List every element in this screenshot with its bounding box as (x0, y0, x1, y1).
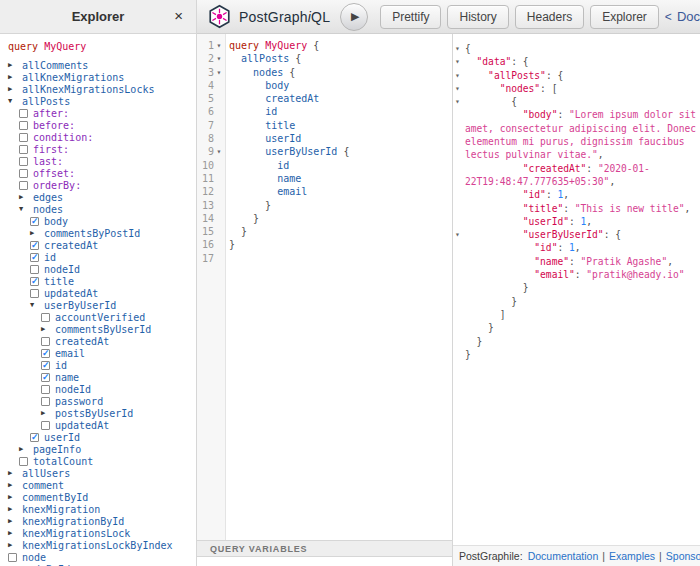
tree-item-label[interactable]: knexMigration (22, 504, 100, 515)
tree-item-label[interactable]: before: (33, 120, 75, 131)
footer-link-examples[interactable]: Examples (609, 550, 655, 562)
checkbox-unchecked-icon[interactable] (19, 109, 28, 118)
editor-line[interactable]: 3▾ nodes { (197, 66, 452, 79)
tree-item-label[interactable]: createdAt (44, 240, 98, 251)
tree-item-label[interactable]: id (55, 360, 67, 371)
tree-item-label[interactable]: condition: (33, 132, 93, 143)
tree-item-body[interactable]: ✓body (8, 215, 196, 227)
tree-item-edges[interactable]: ▶edges (8, 191, 196, 203)
tree-item-label[interactable]: knexMigrationById (22, 516, 124, 527)
tree-item-offset[interactable]: offset: (8, 167, 196, 179)
checkbox-checked-icon[interactable]: ✓ (30, 217, 39, 226)
chevron-right-icon[interactable]: ▶ (19, 192, 29, 202)
chevron-down-icon[interactable]: ▼ (30, 300, 40, 310)
chevron-down-icon[interactable]: ▼ (8, 96, 18, 106)
tree-item-commentsByPostId[interactable]: ▶commentsByPostId (8, 227, 196, 239)
fold-arrow-icon[interactable]: ▾ (455, 42, 460, 55)
tree-item-userByUserId[interactable]: ▼userByUserId (8, 299, 196, 311)
query-variables-bar[interactable]: QUERY VARIABLES (197, 540, 452, 557)
tree-item-label[interactable]: postsByUserId (55, 408, 133, 419)
tree-item-label[interactable]: userId (44, 432, 80, 443)
chevron-right-icon[interactable]: ▶ (41, 408, 51, 418)
query-name[interactable]: MyQuery (44, 41, 86, 52)
chevron-right-icon[interactable]: ▶ (8, 516, 18, 526)
editor-line[interactable]: 6 id (197, 105, 452, 118)
tree-item-allKnexMigrations[interactable]: ▶allKnexMigrations (8, 71, 196, 83)
tree-item-commentById[interactable]: ▶commentById (8, 491, 196, 503)
editor-line[interactable]: 15 } (197, 225, 452, 238)
tree-item-label[interactable]: updatedAt (55, 420, 109, 431)
chevron-right-icon[interactable]: ▶ (8, 84, 18, 94)
tree-item-knexMigrationById[interactable]: ▶knexMigrationById (8, 515, 196, 527)
fold-arrow-icon[interactable]: ▾ (455, 82, 460, 95)
tree-item-id[interactable]: ✓id (8, 251, 196, 263)
tree-item-pageInfo[interactable]: ▶pageInfo (8, 443, 196, 455)
tree-item-nodeId[interactable]: nodeId (8, 383, 196, 395)
tree-item-label[interactable]: userByUserId (44, 300, 116, 311)
tree-item-label[interactable]: allUsers (22, 468, 70, 479)
tree-item-label[interactable]: first: (33, 144, 69, 155)
checkbox-unchecked-icon[interactable] (19, 133, 28, 142)
checkbox-checked-icon[interactable]: ✓ (41, 373, 50, 382)
checkbox-unchecked-icon[interactable] (19, 121, 28, 130)
tree-item-updatedAt[interactable]: updatedAt (8, 419, 196, 431)
close-icon[interactable]: × (171, 7, 186, 25)
checkbox-checked-icon[interactable]: ✓ (30, 277, 39, 286)
chevron-right-icon[interactable]: ▶ (8, 480, 18, 490)
tree-item-knexMigrationsLock[interactable]: ▶knexMigrationsLock (8, 527, 196, 539)
tree-item-label[interactable]: node (22, 552, 46, 563)
checkbox-unchecked-icon[interactable] (19, 169, 28, 178)
tree-item-label[interactable]: id (44, 252, 56, 263)
tree-item-node[interactable]: node (8, 551, 196, 563)
tree-item-allComments[interactable]: ▶allComments (8, 59, 196, 71)
query-editor[interactable]: 1▾query MyQuery {2▾ allPosts {3▾ nodes {… (197, 34, 452, 540)
checkbox-unchecked-icon[interactable] (41, 313, 50, 322)
tree-item-name[interactable]: ✓name (8, 371, 196, 383)
explorer-toggle-button[interactable]: Explorer (590, 5, 659, 29)
prettify-button[interactable]: Prettify (380, 5, 441, 29)
fold-arrow-icon[interactable]: ▾ (214, 52, 224, 65)
execute-button[interactable]: ▶ (340, 3, 368, 31)
editor-line[interactable]: 12 email (197, 185, 452, 198)
tree-item-label[interactable]: updatedAt (44, 288, 98, 299)
tree-item-condition[interactable]: condition: (8, 131, 196, 143)
checkbox-unchecked-icon[interactable] (19, 157, 28, 166)
tree-item-label[interactable]: body (44, 216, 68, 227)
tree-item-knexMigration[interactable]: ▶knexMigration (8, 503, 196, 515)
tree-item-before[interactable]: before: (8, 119, 196, 131)
tree-item-userId[interactable]: ✓userId (8, 431, 196, 443)
chevron-down-icon[interactable]: ▼ (19, 204, 29, 214)
tree-item-label[interactable]: nodes (33, 204, 63, 215)
tree-item-label[interactable]: commentsByUserId (55, 324, 151, 335)
tree-item-updatedAt[interactable]: updatedAt (8, 287, 196, 299)
tree-item-allPosts[interactable]: ▼allPosts (8, 95, 196, 107)
tree-item-commentsByUserId[interactable]: ▶commentsByUserId (8, 323, 196, 335)
tree-item-label[interactable]: allKnexMigrations (22, 72, 124, 83)
tree-item-label[interactable]: orderBy: (33, 180, 81, 191)
chevron-right-icon[interactable]: ▶ (8, 492, 18, 502)
editor-line[interactable]: 7 title (197, 119, 452, 132)
tree-item-allKnexMigrationsLocks[interactable]: ▶allKnexMigrationsLocks (8, 83, 196, 95)
editor-line[interactable]: 17 (197, 252, 452, 265)
checkbox-unchecked-icon[interactable] (8, 553, 17, 562)
checkbox-unchecked-icon[interactable] (41, 421, 50, 430)
tree-item-last[interactable]: last: (8, 155, 196, 167)
checkbox-unchecked-icon[interactable] (19, 457, 28, 466)
tree-item-label[interactable]: createdAt (55, 336, 109, 347)
tree-item-label[interactable]: edges (33, 192, 63, 203)
tree-item-label[interactable]: allComments (22, 60, 88, 71)
checkbox-checked-icon[interactable]: ✓ (41, 349, 50, 358)
editor-line[interactable]: 8 userId (197, 132, 452, 145)
tree-item-label[interactable]: after: (33, 108, 69, 119)
editor-line[interactable]: 9▾ userByUserId { (197, 145, 452, 158)
checkbox-checked-icon[interactable]: ✓ (30, 253, 39, 262)
tree-item-createdAt[interactable]: createdAt (8, 335, 196, 347)
tree-item-label[interactable]: commentsByPostId (44, 228, 140, 239)
fold-arrow-icon[interactable]: ▾ (214, 39, 224, 52)
checkbox-unchecked-icon[interactable] (41, 385, 50, 394)
tree-item-email[interactable]: ✓email (8, 347, 196, 359)
editor-line[interactable]: 4 body (197, 79, 452, 92)
tree-item-label[interactable]: knexMigrationsLock (22, 528, 130, 539)
fold-arrow-icon[interactable]: ▾ (214, 145, 224, 158)
docs-link[interactable]: <Docs (665, 9, 700, 24)
